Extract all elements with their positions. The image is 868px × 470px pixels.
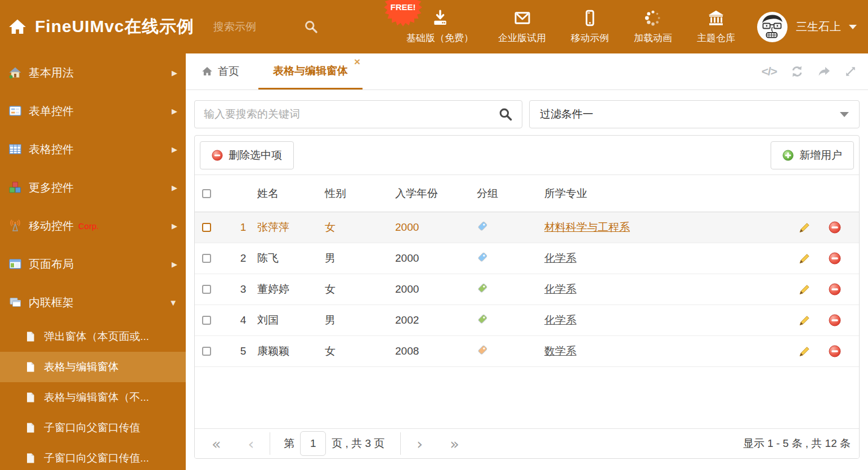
page-suffix: 页 , 共 3 页 — [332, 436, 384, 451]
sidebar-item-form-controls[interactable]: 表单控件 ▶ — [0, 92, 186, 130]
sidebar-item-iframe[interactable]: 内联框架 ▼ — [0, 283, 186, 321]
table-row: 4 刘国 男 2002 化学系 — [195, 305, 859, 336]
sidebar-item-grid-controls[interactable]: 表格控件 ▶ — [0, 130, 186, 168]
page-number-input[interactable] — [300, 431, 326, 456]
prev-page-button[interactable]: ‹ — [248, 436, 254, 451]
nav-label: 基础版（免费） — [406, 32, 473, 44]
sidebar: 基本用法 ▶ 表单控件 ▶ 表格控件 ▶ — [0, 53, 186, 470]
table-row: 1 张萍萍 女 2000 材料科学与工程系 — [195, 212, 859, 243]
sidebar-subitem-popup-window[interactable]: 弹出窗体（本页面或... — [0, 321, 186, 352]
download-icon — [431, 9, 449, 27]
cell-gender: 女 — [325, 344, 395, 359]
tab-home[interactable]: 首页 — [197, 53, 244, 89]
brand-title: FineUIMvc在线示例 — [35, 15, 194, 38]
header-search-input[interactable] — [213, 21, 303, 33]
tab-actions: </> — [762, 53, 857, 89]
edit-pencil-icon[interactable] — [798, 283, 811, 296]
sidebar-subitem-child-to-parent-2[interactable]: 子窗口向父窗口传值... — [0, 443, 186, 470]
delete-icon[interactable] — [829, 345, 841, 357]
delete-icon[interactable] — [829, 283, 841, 296]
cell-group — [477, 344, 544, 359]
row-checkbox[interactable] — [202, 254, 211, 263]
nav-basic-free[interactable]: 基础版（免费） — [394, 9, 486, 44]
tag-icon — [477, 314, 488, 325]
edit-pencil-icon[interactable] — [798, 252, 811, 265]
divider — [400, 432, 401, 455]
nav-mobile-demo[interactable]: 移动示例 — [558, 9, 621, 44]
sidebar-subitem-child-to-parent[interactable]: 子窗口向父窗口传值 — [0, 413, 186, 443]
edit-pencil-icon[interactable] — [798, 221, 811, 234]
delete-icon[interactable] — [829, 221, 841, 234]
nav-theme-store[interactable]: 主题仓库 — [684, 9, 748, 44]
sidebar-item-more-controls[interactable]: 更多控件 ▶ — [0, 168, 186, 207]
cell-gender: 女 — [325, 220, 395, 235]
cell-year: 2000 — [395, 221, 477, 234]
row-number: 5 — [229, 345, 257, 357]
major-link[interactable]: 数学系 — [544, 345, 576, 357]
close-icon[interactable]: × — [354, 56, 360, 67]
last-page-button[interactable]: » — [450, 436, 459, 451]
edit-pencil-icon[interactable] — [798, 314, 811, 326]
select-all-checkbox[interactable] — [202, 189, 211, 198]
sidebar-item-page-layout[interactable]: 页面布局 ▶ — [0, 245, 186, 283]
major-link[interactable]: 化学系 — [544, 252, 576, 264]
refresh-icon[interactable] — [790, 65, 804, 78]
file-icon — [25, 422, 36, 433]
row-checkbox[interactable] — [202, 223, 211, 232]
frames-icon — [8, 296, 22, 309]
sidebar-item-label: 页面布局 — [29, 257, 74, 272]
source-code-icon[interactable]: </> — [762, 65, 777, 78]
sidebar-item-basic-usage[interactable]: 基本用法 ▶ — [0, 53, 186, 92]
search-icon[interactable] — [303, 19, 319, 34]
bank-icon — [707, 9, 725, 27]
nav-label: 移动示例 — [571, 32, 609, 44]
divider — [270, 432, 270, 455]
home-icon — [8, 17, 27, 37]
cell-gender: 男 — [325, 251, 395, 266]
sidebar-item-label: 内联框架 — [29, 295, 74, 310]
edit-cell — [790, 314, 819, 326]
nav-enterprise-trial[interactable]: 企业版试用 — [486, 9, 558, 44]
row-checkbox[interactable] — [202, 347, 211, 356]
sidebar-item-mobile-controls[interactable]: 移动控件 Corp. ▶ — [0, 207, 186, 245]
main-content: 首页 表格与编辑窗体 × </> — [186, 53, 868, 470]
sidebar-item-label: 基本用法 — [29, 65, 74, 80]
major-link[interactable]: 化学系 — [544, 283, 576, 295]
tab-grid-edit-window[interactable]: 表格与编辑窗体 × — [258, 53, 363, 89]
delete-selected-button[interactable]: 删除选中项 — [200, 141, 294, 169]
row-checkbox[interactable] — [202, 285, 211, 294]
chevron-right-icon: ▶ — [172, 145, 177, 154]
expand-icon[interactable] — [844, 65, 857, 78]
sidebar-item-label: 更多控件 — [29, 180, 74, 195]
share-icon[interactable] — [817, 65, 831, 78]
minus-circle-icon — [212, 150, 223, 161]
major-link[interactable]: 材料科学与工程系 — [544, 221, 630, 233]
cell-year: 2008 — [395, 345, 477, 357]
delete-icon[interactable] — [829, 252, 841, 265]
delete-icon[interactable] — [829, 314, 841, 326]
tag-icon — [477, 344, 488, 356]
nav-label: 加载动画 — [634, 32, 672, 44]
first-page-button[interactable]: « — [212, 436, 221, 451]
cell-name: 康颖颖 — [257, 344, 325, 359]
row-checkbox[interactable] — [202, 316, 211, 325]
sidebar-subitem-grid-edit-window-2[interactable]: 表格与编辑窗体（不... — [0, 382, 186, 413]
column-header-year: 入学年份 — [395, 186, 477, 201]
next-page-button[interactable]: › — [417, 436, 423, 451]
nav-loading-animation[interactable]: 加载动画 — [621, 9, 684, 44]
sidebar-item-label: 移动控件 — [29, 218, 74, 234]
table-row: 3 董婷婷 女 2000 化学系 — [195, 274, 859, 305]
user-menu[interactable]: 三生石上 — [757, 11, 857, 43]
search-icon[interactable] — [498, 107, 513, 122]
column-header-gender: 性别 — [325, 186, 395, 201]
keyword-search-input[interactable] — [204, 108, 498, 120]
major-link[interactable]: 化学系 — [544, 314, 576, 326]
brand[interactable]: FineUIMvc在线示例 — [8, 15, 194, 38]
sidebar-subitem-label: 子窗口向父窗口传值... — [44, 451, 149, 465]
sidebar-subitem-grid-edit-window[interactable]: 表格与编辑窗体 — [0, 352, 186, 382]
header-search — [213, 19, 337, 34]
filter-dropdown[interactable]: 过滤条件一 — [529, 100, 860, 128]
edit-pencil-icon[interactable] — [798, 345, 811, 357]
add-user-button[interactable]: 新增用户 — [771, 141, 854, 169]
cell-group — [477, 314, 544, 328]
